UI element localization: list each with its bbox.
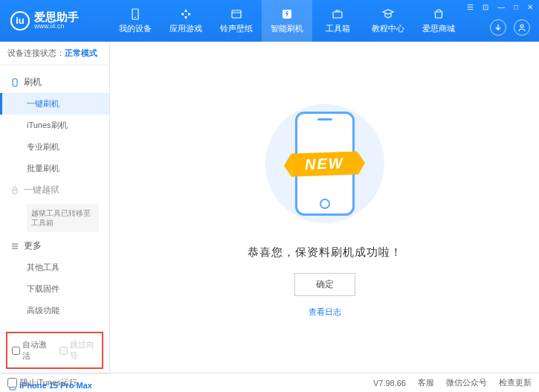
download-button[interactable] bbox=[490, 19, 506, 36]
new-badge: NEW bbox=[291, 151, 358, 176]
view-log-link[interactable]: 查看日志 bbox=[309, 306, 341, 318]
toolbox-icon bbox=[331, 7, 344, 21]
app-header: iu 爱思助手 www.i4.cn 我的设备 应用游戏 铃声壁纸 智能刷机 工具… bbox=[0, 0, 539, 42]
ringtone-icon bbox=[230, 7, 243, 21]
logo-icon: iu bbox=[10, 11, 30, 30]
jailbreak-note: 越狱工具已转移至工具箱 bbox=[27, 204, 99, 232]
nav-tutorials[interactable]: 教程中心 bbox=[363, 0, 413, 42]
sidebar: 设备连接状态：正常模式 刷机 一键刷机 iTunes刷机 专业刷机 批量刷机 一… bbox=[0, 42, 110, 373]
apps-icon bbox=[179, 7, 193, 21]
menu-icon[interactable]: ☰ bbox=[465, 3, 475, 11]
nav-flash[interactable]: 智能刷机 bbox=[262, 0, 312, 42]
checkbox-block-itunes[interactable]: 阻止iTunes运行 bbox=[7, 377, 77, 388]
maximize-icon[interactable]: □ bbox=[512, 3, 520, 11]
sidebar-item-oneclick[interactable]: 一键刷机 bbox=[0, 93, 109, 115]
checkbox-skip-guide[interactable]: 跳过向导 bbox=[59, 339, 98, 362]
svg-point-1 bbox=[135, 17, 136, 19]
close-icon[interactable]: ✕ bbox=[526, 3, 535, 11]
footer-link-wechat[interactable]: 微信公众号 bbox=[446, 377, 487, 388]
version-label: V7.98.66 bbox=[373, 379, 406, 388]
app-url: www.i4.cn bbox=[34, 23, 79, 30]
sidebar-item-advanced[interactable]: 高级功能 bbox=[0, 300, 109, 321]
window-controls: ☰ ⊡ — □ ✕ bbox=[465, 3, 535, 11]
nav-toolbox[interactable]: 工具箱 bbox=[312, 0, 363, 42]
phone-icon bbox=[10, 78, 19, 87]
header-actions bbox=[490, 19, 530, 36]
top-nav: 我的设备 应用游戏 铃声壁纸 智能刷机 工具箱 教程中心 爱思商城 bbox=[110, 0, 464, 42]
svg-point-5 bbox=[520, 25, 523, 28]
svg-rect-4 bbox=[333, 12, 342, 18]
nav-my-device[interactable]: 我的设备 bbox=[110, 0, 161, 42]
sidebar-item-pro[interactable]: 专业刷机 bbox=[0, 136, 109, 158]
sidebar-item-itunes[interactable]: iTunes刷机 bbox=[0, 115, 109, 136]
section-jailbreak-header: 一键越狱 bbox=[0, 179, 109, 201]
app-title: 爱思助手 bbox=[34, 11, 79, 24]
svg-rect-7 bbox=[13, 190, 17, 193]
success-message: 恭喜您，保资料刷机成功啦！ bbox=[248, 245, 402, 260]
svg-rect-6 bbox=[13, 79, 17, 86]
device-icon bbox=[129, 7, 142, 21]
connection-status: 设备连接状态：正常模式 bbox=[0, 42, 109, 65]
section-more-header[interactable]: 更多 bbox=[0, 235, 109, 257]
flash-icon bbox=[280, 7, 294, 21]
footer-link-support[interactable]: 客服 bbox=[418, 377, 434, 388]
svg-rect-2 bbox=[232, 10, 241, 18]
sidebar-item-other-tools[interactable]: 其他工具 bbox=[0, 257, 109, 278]
nav-store[interactable]: 爱思商城 bbox=[413, 0, 464, 42]
nav-ringtones[interactable]: 铃声壁纸 bbox=[211, 0, 262, 42]
lock-icon[interactable]: ⊡ bbox=[481, 3, 490, 11]
main-content: NEW 恭喜您，保资料刷机成功啦！ 确定 查看日志 bbox=[110, 42, 539, 373]
user-button[interactable] bbox=[514, 19, 530, 36]
sidebar-item-batch[interactable]: 批量刷机 bbox=[0, 158, 109, 179]
nav-apps[interactable]: 应用游戏 bbox=[161, 0, 211, 42]
lock-icon bbox=[10, 186, 19, 195]
section-flash-header[interactable]: 刷机 bbox=[0, 71, 109, 93]
footer-link-update[interactable]: 检查更新 bbox=[499, 377, 532, 388]
ok-button[interactable]: 确定 bbox=[294, 273, 355, 296]
tutorial-icon bbox=[381, 7, 395, 21]
sidebar-item-download-fw[interactable]: 下载固件 bbox=[0, 278, 109, 300]
store-icon bbox=[432, 7, 445, 21]
success-illustration: NEW bbox=[251, 97, 399, 231]
checkbox-auto-activate[interactable]: 自动激活 bbox=[12, 339, 51, 362]
minimize-icon[interactable]: — bbox=[496, 3, 506, 11]
highlight-box: 自动激活 跳过向导 bbox=[6, 332, 103, 369]
menu-lines-icon bbox=[10, 242, 19, 251]
logo-area: iu 爱思助手 www.i4.cn bbox=[0, 11, 110, 30]
